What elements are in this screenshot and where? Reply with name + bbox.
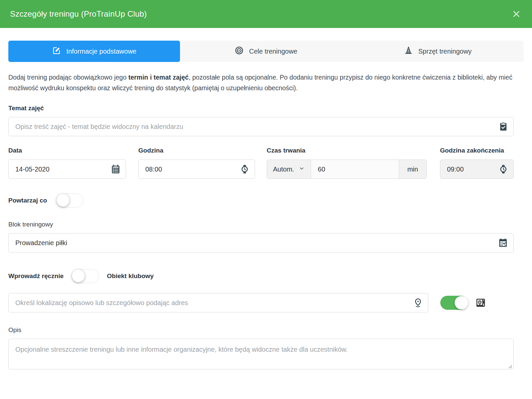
calendar-icon[interactable] bbox=[111, 164, 121, 174]
tab-informacje-podstawowe[interactable]: Informacje podstawowe bbox=[8, 41, 180, 62]
date-input[interactable] bbox=[8, 160, 126, 179]
start-time-input[interactable] bbox=[138, 160, 255, 179]
manual-location-row: Wprowadź ręcznie Obiekt klubowy bbox=[8, 269, 514, 283]
club-facility-toggle[interactable] bbox=[440, 296, 468, 310]
duration-mode-select[interactable]: Autom. bbox=[267, 160, 311, 179]
duration-input[interactable] bbox=[311, 160, 399, 179]
topic-field bbox=[8, 117, 514, 136]
club-facility-label: Obiekt klubowy bbox=[107, 272, 154, 280]
location-field bbox=[8, 293, 428, 312]
tab-label: Sprzęt treningowy bbox=[418, 48, 472, 55]
training-block-label: Blok treningowy bbox=[8, 221, 514, 228]
duration-group: Autom. min bbox=[267, 160, 427, 179]
tab-sprzet-treningowy[interactable]: Sprzęt treningowy bbox=[352, 41, 524, 62]
target-icon bbox=[235, 46, 244, 57]
duration-unit: min bbox=[399, 160, 426, 179]
training-block-field bbox=[8, 233, 514, 252]
duration-label: Czas trwania bbox=[267, 147, 427, 154]
description-textarea[interactable] bbox=[8, 339, 514, 369]
end-time-column: Godzina zakończenia bbox=[440, 147, 514, 179]
date-label: Data bbox=[8, 147, 126, 154]
clipboard-check-icon[interactable] bbox=[498, 122, 508, 132]
training-block-input[interactable] bbox=[8, 233, 514, 252]
location-input[interactable] bbox=[8, 293, 428, 312]
toggle-knob bbox=[455, 296, 468, 309]
tab-label: Informacje podstawowe bbox=[66, 48, 136, 55]
date-column: Data bbox=[8, 147, 126, 179]
modal-header: Szczegóły treningu (ProTrainUp Club) bbox=[0, 0, 532, 28]
start-time-label: Godzina bbox=[138, 147, 255, 154]
close-button[interactable] bbox=[511, 8, 522, 20]
repeat-label: Powtarzaj co bbox=[8, 197, 47, 204]
calendar-dates-icon[interactable] bbox=[498, 237, 508, 248]
location-row bbox=[8, 293, 514, 312]
tab-label: Cele treningowe bbox=[249, 48, 297, 55]
repeat-row: Powtarzaj co bbox=[8, 194, 514, 207]
end-time-label: Godzina zakończenia bbox=[440, 147, 514, 154]
map-location-icon[interactable] bbox=[475, 297, 486, 308]
training-details-modal: Szczegóły treningu (ProTrainUp Club) Inf… bbox=[0, 0, 532, 371]
date-field bbox=[8, 160, 126, 179]
toggle-knob bbox=[56, 194, 70, 207]
schedule-row: Data Godzina Czas trwania bbox=[8, 147, 514, 179]
modal-title: Szczegóły treningu (ProTrainUp Club) bbox=[10, 9, 147, 19]
start-time-field bbox=[138, 160, 255, 179]
manual-entry-toggle[interactable] bbox=[72, 269, 99, 283]
duration-mode-value: Autom. bbox=[273, 166, 294, 173]
intro-bold: termin i temat zajęć bbox=[128, 74, 189, 81]
topic-input[interactable] bbox=[8, 117, 514, 136]
training-form: Temat zajęć Data Godzina bbox=[0, 105, 532, 371]
resize-handle[interactable] bbox=[507, 364, 512, 368]
toggle-knob bbox=[72, 269, 85, 282]
intro-before: Dodaj trening podając obowiązkowo jego bbox=[8, 74, 128, 81]
intro-text: Dodaj trening podając obowiązkowo jego t… bbox=[8, 72, 514, 93]
description-label: Opis bbox=[8, 326, 514, 334]
end-time-field bbox=[440, 160, 514, 179]
duration-column: Czas trwania Autom. min bbox=[267, 147, 427, 179]
start-time-column: Godzina bbox=[138, 147, 255, 179]
watch-icon[interactable] bbox=[498, 164, 508, 174]
watch-icon[interactable] bbox=[240, 164, 250, 174]
close-icon bbox=[512, 14, 521, 19]
tab-bar: Informacje podstawowe Cele treningowe Sp… bbox=[8, 41, 524, 62]
repeat-toggle[interactable] bbox=[56, 194, 84, 207]
topic-label: Temat zajęć bbox=[8, 105, 514, 112]
chevron-down-icon bbox=[299, 166, 305, 173]
description-field bbox=[8, 339, 514, 371]
tab-cele-treningowe[interactable]: Cele treningowe bbox=[180, 41, 352, 62]
manual-entry-label: Wprowadź ręcznie bbox=[8, 272, 64, 280]
map-pin-icon[interactable] bbox=[413, 298, 423, 308]
edit-icon bbox=[52, 46, 61, 57]
cone-icon bbox=[404, 46, 413, 57]
